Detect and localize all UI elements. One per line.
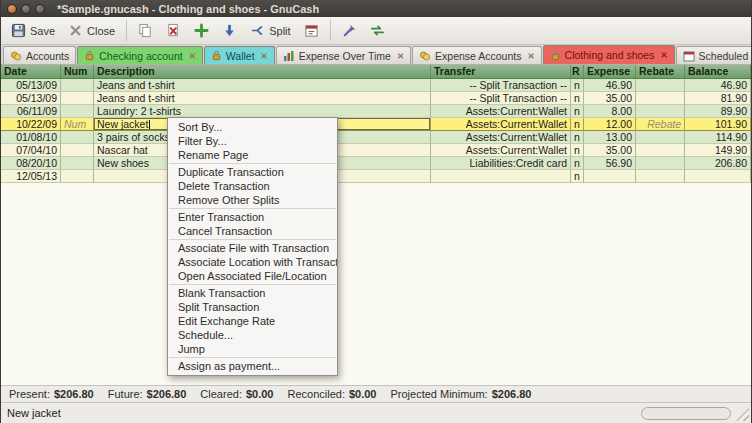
cell-date[interactable]: 10/22/09	[1, 118, 61, 131]
cell-transfer[interactable]: Assets:Current:Wallet	[431, 105, 571, 118]
cell-expense[interactable]	[584, 170, 636, 183]
menu-item-filter-by[interactable]: Filter By...	[168, 134, 337, 148]
tab-close-icon[interactable]: ✕	[527, 51, 534, 61]
save-button[interactable]: Save	[5, 20, 61, 41]
tab-expense-accounts[interactable]: Expense Accounts✕	[412, 46, 542, 64]
transaction-row-2[interactable]: 05/13/09Jeans and t-shirt-- Split Transa…	[1, 92, 751, 105]
cell-num[interactable]	[61, 131, 94, 144]
transaction-row-8[interactable]: 12/05/13n	[1, 170, 751, 183]
cell-balance[interactable]: 114.90	[685, 131, 751, 144]
cell-expense[interactable]: 46.90	[584, 79, 636, 92]
tab-close-icon[interactable]: ✕	[261, 51, 268, 61]
resize-grip[interactable]	[736, 408, 749, 421]
cell-num[interactable]	[61, 170, 94, 183]
menu-item-edit-exchange-rate[interactable]: Edit Exchange Rate	[168, 314, 337, 328]
transaction-row-6[interactable]: 07/04/10Nascar hatAssets:Current:Walletn…	[1, 144, 751, 157]
schedule-button[interactable]	[298, 20, 325, 41]
menu-item-associate-file-with-transaction[interactable]: Associate File with Transaction	[168, 241, 337, 255]
cell-num[interactable]: Num	[61, 118, 94, 131]
cell-date[interactable]: 05/13/09	[1, 92, 61, 105]
cell-expense[interactable]: 8.00	[584, 105, 636, 118]
cell-expense[interactable]: 12.00	[584, 118, 636, 131]
cell-balance[interactable]: 206.80	[685, 157, 751, 170]
cell-num[interactable]	[61, 105, 94, 118]
cell-balance[interactable]: 81.90	[685, 92, 751, 105]
cell-date[interactable]: 12/05/13	[1, 170, 61, 183]
tab-accounts[interactable]: Accounts	[3, 46, 76, 64]
cell-r[interactable]: n	[571, 170, 584, 183]
transaction-row-7[interactable]: 08/20/10New shoesLiabilities:Credit card…	[1, 157, 751, 170]
cell-date[interactable]: 01/08/10	[1, 131, 61, 144]
tab-wallet[interactable]: Wallet✕	[204, 46, 275, 64]
menu-item-associate-location-with-transaction[interactable]: Associate Location with Transaction	[168, 255, 337, 269]
cell-date[interactable]: 06/11/09	[1, 105, 61, 118]
tab-close-icon[interactable]: ✕	[660, 50, 667, 60]
menu-item-rename-page[interactable]: Rename Page	[168, 148, 337, 162]
menu-item-split-transaction[interactable]: Split Transaction	[168, 300, 337, 314]
cell-transfer[interactable]: -- Split Transaction --	[431, 79, 571, 92]
transfer-button[interactable]	[364, 20, 391, 41]
cell-r[interactable]: n	[571, 79, 584, 92]
delete-button[interactable]	[160, 20, 187, 41]
cell-r[interactable]: n	[571, 144, 584, 157]
tab-clothing-and-shoes[interactable]: Clothing and shoes✕	[543, 45, 675, 64]
cell-r[interactable]: n	[571, 157, 584, 170]
transaction-row-5[interactable]: 01/08/103 pairs of socksAssets:Current:W…	[1, 131, 751, 144]
cell-transfer[interactable]: Assets:Current:Wallet	[431, 131, 571, 144]
cell-date[interactable]: 07/04/10	[1, 144, 61, 157]
cell-r[interactable]: n	[571, 105, 584, 118]
cell-rebate[interactable]	[636, 92, 685, 105]
cell-rebate[interactable]	[636, 144, 685, 157]
enter-button[interactable]	[216, 20, 243, 41]
cell-date[interactable]: 05/13/09	[1, 79, 61, 92]
menu-item-blank-transaction[interactable]: Blank Transaction	[168, 286, 337, 300]
cell-transfer[interactable]: -- Split Transaction --	[431, 92, 571, 105]
jump-button[interactable]	[336, 20, 363, 41]
menu-item-enter-transaction[interactable]: Enter Transaction	[168, 210, 337, 224]
cell-r[interactable]: n	[571, 118, 584, 131]
tab-checking-account[interactable]: Checking account✕	[77, 46, 203, 64]
menu-item-sort-by[interactable]: Sort By...	[168, 120, 337, 134]
transaction-row-3[interactable]: 06/11/09Laundry: 2 t-shirtsAssets:Curren…	[1, 105, 751, 118]
cell-rebate[interactable]	[636, 131, 685, 144]
cell-balance[interactable]: 101.90	[685, 118, 751, 131]
cell-transfer[interactable]: Assets:Current:Wallet	[431, 118, 571, 131]
cell-expense[interactable]: 13.00	[584, 131, 636, 144]
cell-balance[interactable]	[685, 170, 751, 183]
blank-button[interactable]	[188, 20, 215, 41]
menu-item-schedule[interactable]: Schedule...	[168, 328, 337, 342]
cell-r[interactable]: n	[571, 92, 584, 105]
cell-rebate[interactable]	[636, 157, 685, 170]
cell-expense[interactable]: 56.90	[584, 157, 636, 170]
cell-num[interactable]	[61, 144, 94, 157]
cell-balance[interactable]: 149.90	[685, 144, 751, 157]
cell-transfer[interactable]: Assets:Current:Wallet	[431, 144, 571, 157]
menu-item-open-associated-file-location[interactable]: Open Associated File/Location	[168, 269, 337, 283]
tab-expense-over-time[interactable]: Expense Over Time✕	[276, 46, 411, 64]
tab-close-icon[interactable]: ✕	[397, 51, 404, 61]
menu-item-remove-other-splits[interactable]: Remove Other Splits	[168, 193, 337, 207]
cell-date[interactable]: 08/20/10	[1, 157, 61, 170]
cell-rebate[interactable]	[636, 170, 685, 183]
close-button[interactable]: Close	[62, 20, 121, 41]
tab-scheduled-transactions[interactable]: Scheduled Transactions✕	[676, 46, 752, 64]
window-close-button[interactable]	[7, 4, 17, 14]
cell-balance[interactable]: 89.90	[685, 105, 751, 118]
cell-transfer[interactable]: Liabilities:Credit card	[431, 157, 571, 170]
transaction-row-4[interactable]: 10/22/09NumNew jacketAssets:Current:Wall…	[1, 118, 751, 131]
cell-rebate[interactable]	[636, 105, 685, 118]
menu-item-cancel-transaction[interactable]: Cancel Transaction	[168, 224, 337, 238]
cell-expense[interactable]: 35.00	[584, 92, 636, 105]
menu-item-assign-as-payment[interactable]: Assign as payment...	[168, 359, 337, 373]
cell-rebate[interactable]	[636, 79, 685, 92]
duplicate-button[interactable]	[132, 20, 159, 41]
menu-item-jump[interactable]: Jump	[168, 342, 337, 356]
cell-transfer[interactable]	[431, 170, 571, 183]
cell-rebate[interactable]: Rebate	[636, 118, 685, 131]
window-maximize-button[interactable]	[35, 4, 45, 14]
cell-desc[interactable]: Jeans and t-shirt	[94, 92, 431, 105]
menu-item-duplicate-transaction[interactable]: Duplicate Transaction	[168, 165, 337, 179]
split-button[interactable]: Split	[244, 20, 296, 41]
cell-num[interactable]	[61, 92, 94, 105]
cell-num[interactable]	[61, 79, 94, 92]
